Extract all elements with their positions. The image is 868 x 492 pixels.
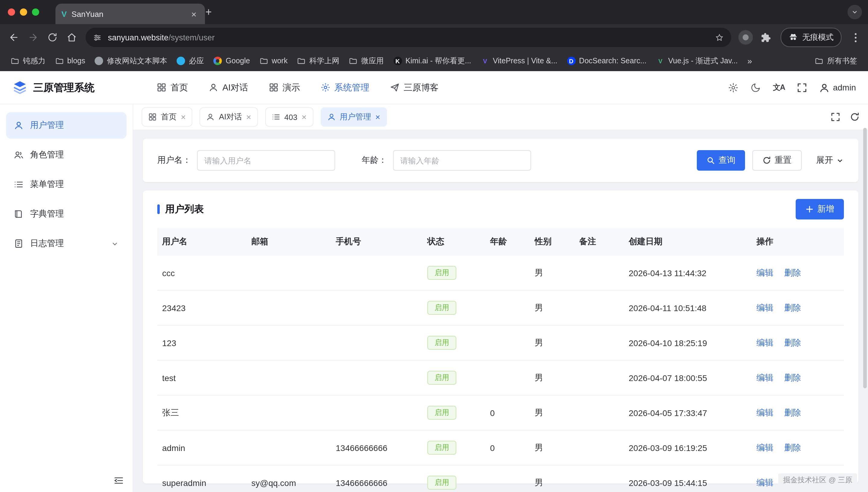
sidebar-collapse-icon[interactable] bbox=[113, 475, 124, 486]
user-menu[interactable]: admin bbox=[819, 82, 856, 93]
bookmark-item[interactable]: VVitePress | Vite &... bbox=[476, 53, 562, 69]
expand-filters-toggle[interactable]: 展开 bbox=[816, 155, 844, 166]
add-user-button[interactable]: 新增 bbox=[796, 199, 844, 219]
delete-link[interactable]: 删除 bbox=[784, 442, 801, 452]
translate-icon[interactable]: 文A bbox=[773, 82, 785, 93]
page-tab-AI对话[interactable]: AI对话× bbox=[200, 107, 258, 127]
extension-badge-icon[interactable] bbox=[738, 30, 753, 45]
bookmark-item[interactable]: DDocSearch: Searc... bbox=[562, 53, 651, 69]
app-brand[interactable]: 三原管理系统 bbox=[12, 80, 140, 95]
delete-link[interactable]: 删除 bbox=[784, 337, 801, 347]
sidebar-item-用户管理[interactable]: 用户管理 bbox=[6, 112, 127, 139]
minimize-window-button[interactable] bbox=[20, 8, 27, 16]
bookmark-item[interactable]: KKimi.ai - 帮你看更... bbox=[388, 53, 476, 69]
extensions-puzzle-icon[interactable] bbox=[757, 28, 774, 46]
nav-item-三原博客[interactable]: 三原博客 bbox=[390, 82, 438, 93]
bookmark-item[interactable]: work bbox=[255, 53, 292, 69]
delete-link[interactable]: 删除 bbox=[784, 407, 801, 417]
sidebar-item-label: 角色管理 bbox=[30, 150, 64, 161]
url-text: sanyuan.website/system/user bbox=[108, 33, 214, 42]
sidebar-item-字典管理[interactable]: 字典管理 bbox=[6, 201, 127, 227]
table-row: 23423启用男2026-04-11 10:51:48编辑删除 bbox=[157, 290, 844, 325]
bookmark-label: 修改网站文本脚本 bbox=[107, 56, 167, 66]
bookmark-star-icon[interactable] bbox=[715, 33, 724, 42]
edit-link[interactable]: 编辑 bbox=[757, 442, 773, 452]
edit-link[interactable]: 编辑 bbox=[757, 337, 773, 347]
all-bookmarks-label: 所有书签 bbox=[827, 56, 857, 66]
cell-operations: 编辑删除 bbox=[752, 256, 844, 290]
back-button[interactable] bbox=[5, 28, 23, 46]
bookmark-item[interactable]: 修改网站文本脚本 bbox=[90, 53, 172, 69]
incognito-mode-chip[interactable]: 无痕模式 bbox=[781, 28, 841, 47]
site-settings-icon[interactable] bbox=[93, 33, 102, 42]
sidebar-item-菜单管理[interactable]: 菜单管理 bbox=[6, 171, 127, 198]
vue-favicon-icon: V bbox=[61, 9, 67, 18]
delete-link[interactable]: 删除 bbox=[784, 302, 801, 312]
forward-button[interactable] bbox=[24, 28, 42, 46]
bookmarks-overflow-chevron[interactable]: » bbox=[743, 56, 757, 66]
edit-link[interactable]: 编辑 bbox=[757, 372, 773, 382]
nav-item-系统管理[interactable]: 系统管理 bbox=[321, 82, 369, 93]
browser-tab[interactable]: V SanYuan × bbox=[55, 4, 205, 24]
reset-button[interactable]: 重置 bbox=[752, 150, 802, 171]
nav-item-演示[interactable]: 演示 bbox=[269, 82, 300, 93]
cell-username: 张三 bbox=[157, 395, 247, 430]
page-tab-首页[interactable]: 首页× bbox=[142, 107, 192, 127]
all-bookmarks-button[interactable]: 所有书签 bbox=[810, 56, 862, 66]
content-fullscreen-icon[interactable] bbox=[831, 112, 840, 122]
browser-menu-button[interactable] bbox=[847, 29, 863, 45]
refresh-page-icon[interactable] bbox=[850, 112, 860, 122]
reload-button[interactable] bbox=[43, 28, 61, 46]
tab-close-icon[interactable]: × bbox=[302, 113, 307, 121]
watermark: 掘金技术社区 @ 三原 bbox=[778, 473, 857, 487]
dark-mode-moon-icon[interactable] bbox=[751, 82, 761, 93]
username-filter-input[interactable] bbox=[197, 150, 335, 171]
cell-phone bbox=[331, 325, 423, 360]
edit-link[interactable]: 编辑 bbox=[757, 302, 773, 312]
tab-search-button[interactable] bbox=[847, 5, 862, 19]
cell-gender: 男 bbox=[530, 395, 575, 430]
tab-close-icon[interactable]: × bbox=[181, 113, 186, 121]
zoom-window-button[interactable] bbox=[32, 8, 39, 16]
browser-tab-title: SanYuan bbox=[71, 9, 184, 18]
cell-status: 启用 bbox=[423, 430, 485, 465]
page-tab-用户管理[interactable]: 用户管理× bbox=[321, 107, 387, 127]
close-window-button[interactable] bbox=[8, 8, 15, 16]
incognito-icon bbox=[788, 32, 798, 42]
edit-link[interactable]: 编辑 bbox=[757, 267, 773, 277]
bookmark-item[interactable]: VVue.js - 渐进式 Jav... bbox=[651, 53, 743, 69]
delete-link[interactable]: 删除 bbox=[784, 267, 801, 277]
tab-close-icon[interactable]: × bbox=[375, 113, 380, 121]
tab-close-icon[interactable]: × bbox=[246, 113, 251, 121]
users-icon bbox=[14, 150, 24, 160]
page-tab-403[interactable]: 403× bbox=[265, 107, 313, 127]
nav-item-首页[interactable]: 首页 bbox=[157, 82, 188, 93]
bookmark-item[interactable]: 科学上网 bbox=[292, 53, 344, 69]
sidebar-item-角色管理[interactable]: 角色管理 bbox=[6, 142, 127, 168]
page-scrollbar-thumb[interactable] bbox=[863, 128, 867, 388]
edit-link[interactable]: 编辑 bbox=[757, 407, 773, 417]
bookmark-item[interactable]: blogs bbox=[50, 53, 90, 69]
search-button[interactable]: 查询 bbox=[697, 150, 745, 171]
bookmark-item[interactable]: Google bbox=[209, 53, 255, 69]
age-filter-input[interactable] bbox=[393, 150, 531, 171]
address-bar[interactable]: sanyuan.website/system/user bbox=[85, 28, 731, 47]
bookmarks-bar: 钝感力blogs修改网站文本脚本必应Googlework科学上网微应用KKimi… bbox=[0, 51, 868, 71]
bookmark-item[interactable]: 必应 bbox=[172, 53, 209, 69]
cell-remark bbox=[575, 290, 624, 325]
sidebar-item-日志管理[interactable]: 日志管理 bbox=[6, 230, 127, 257]
tab-close-icon[interactable]: × bbox=[189, 8, 199, 20]
bookmark-item[interactable]: 钝感力 bbox=[6, 53, 50, 69]
bookmark-item[interactable]: 微应用 bbox=[344, 53, 388, 69]
delete-link[interactable]: 删除 bbox=[784, 372, 801, 382]
cell-email bbox=[247, 360, 331, 395]
nav-item-label: 首页 bbox=[171, 82, 188, 93]
edit-link[interactable]: 编辑 bbox=[757, 477, 773, 487]
new-tab-button[interactable]: + bbox=[201, 5, 216, 19]
fullscreen-icon[interactable] bbox=[797, 82, 807, 93]
nav-item-AI对话[interactable]: AI对话 bbox=[209, 82, 248, 93]
home-button[interactable] bbox=[63, 28, 81, 46]
table-row: test启用男2026-04-07 18:00:55编辑删除 bbox=[157, 360, 844, 395]
username-label: admin bbox=[833, 82, 856, 92]
settings-gear-icon[interactable] bbox=[729, 82, 739, 93]
